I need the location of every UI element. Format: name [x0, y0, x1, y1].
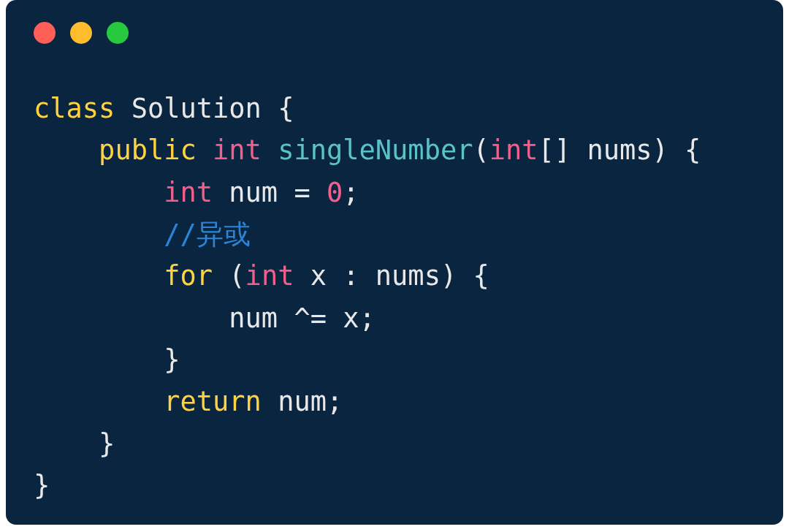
param-type-int: int: [489, 134, 538, 166]
keyword-for: for: [164, 260, 213, 292]
minimize-icon[interactable]: [70, 22, 92, 44]
keyword-class: class: [34, 93, 115, 124]
keyword-return: return: [164, 386, 262, 417]
code-window: class Solution { public int singleNumber…: [6, 0, 783, 525]
code-line-10: }: [34, 470, 50, 501]
code-line-5: for (int x : nums) {: [34, 260, 489, 292]
code-content: class Solution { public int singleNumber…: [6, 51, 783, 525]
number-zero: 0: [327, 177, 343, 208]
code-line-3: int num = 0;: [34, 177, 359, 208]
code-line-2: public int singleNumber(int[] nums) {: [34, 134, 701, 166]
code-line-9: }: [34, 428, 115, 460]
window-titlebar: [6, 0, 783, 51]
type-int-decl: int: [164, 177, 213, 208]
xor-statement: num ^= x;: [229, 303, 375, 334]
maximize-icon[interactable]: [107, 22, 129, 44]
code-line-7: }: [34, 344, 180, 376]
code-line-6: num ^= x;: [34, 303, 376, 334]
comment-xor: //异或: [164, 218, 251, 250]
code-line-8: return num;: [34, 386, 343, 417]
code-line-4: //异或: [34, 218, 251, 250]
type-int: int: [213, 134, 262, 166]
text-solution: Solution {: [115, 93, 294, 124]
keyword-public: public: [99, 134, 197, 166]
code-line-1: class Solution {: [34, 93, 294, 124]
function-name: singleNumber: [278, 134, 473, 166]
close-icon[interactable]: [34, 22, 56, 44]
type-int-loop: int: [245, 260, 294, 292]
